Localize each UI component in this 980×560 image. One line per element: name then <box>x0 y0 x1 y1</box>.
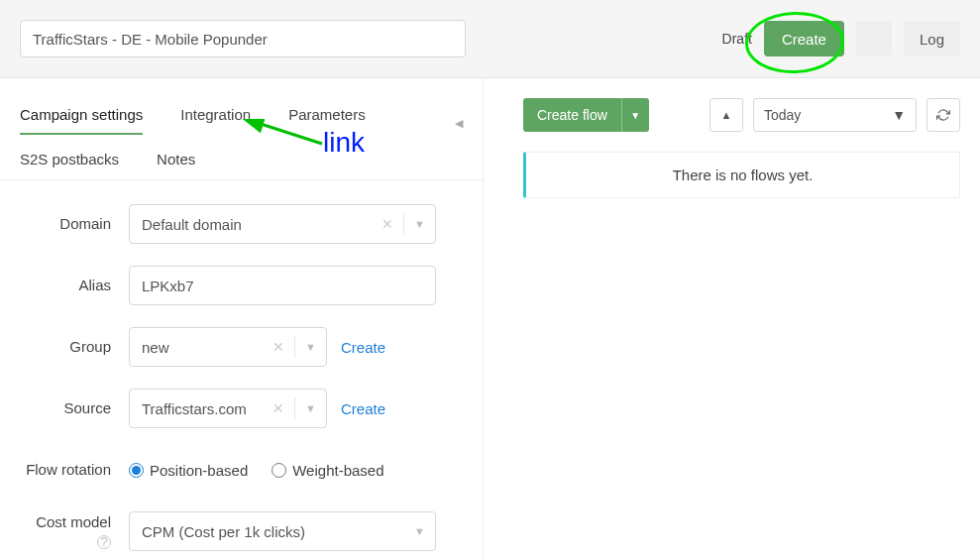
domain-select[interactable]: Default domain ✕ ▼ <box>129 204 436 244</box>
right-column: Create flow ▼ ▲ Today ▼ There is no flow… <box>484 78 980 560</box>
cost-model-value: CPM (Cost per 1k clicks) <box>142 523 406 540</box>
empty-flows-message: There is no flows yet. <box>523 152 960 198</box>
group-select[interactable]: new ✕ ▼ <box>129 327 327 367</box>
row-source: Source Trafficstars.com ✕ ▼ Create <box>20 389 463 428</box>
radio-input[interactable] <box>272 463 286 478</box>
create-button[interactable]: Create <box>764 21 844 56</box>
tab-collapse-icon[interactable]: ◀ <box>455 117 463 125</box>
row-domain: Domain Default domain ✕ ▼ <box>20 204 463 244</box>
create-flow-dropdown[interactable]: ▼ <box>621 98 649 132</box>
main-row: Campaign settings Integration Parameters… <box>0 78 980 560</box>
clear-icon[interactable]: ✕ <box>378 216 397 232</box>
help-icon[interactable]: ? <box>97 535 111 549</box>
tab-row-2: S2S postbacks Notes <box>20 135 463 179</box>
flow-rotation-radios: Position-based Weight-based <box>129 462 384 479</box>
tab-integration[interactable]: Integration <box>180 96 251 135</box>
status-label: Draft <box>722 31 752 47</box>
source-value: Trafficstars.com <box>142 400 269 417</box>
cost-model-select[interactable]: CPM (Cost per 1k clicks) ▼ <box>129 511 436 551</box>
caret-up-icon: ▲ <box>721 109 732 121</box>
radio-position-based[interactable]: Position-based <box>129 462 248 479</box>
date-range-value: Today <box>764 107 892 123</box>
label-cost-model: Cost model ? <box>20 512 129 551</box>
source-select[interactable]: Trafficstars.com ✕ ▼ <box>129 389 327 428</box>
create-flow-button[interactable]: Create flow <box>523 98 621 132</box>
group-value: new <box>142 339 269 356</box>
row-alias: Alias <box>20 266 463 305</box>
chevron-down-icon: ▼ <box>297 402 316 414</box>
link-icon-button[interactable] <box>856 21 892 56</box>
tab-s2s-postbacks[interactable]: S2S postbacks <box>20 141 119 179</box>
create-group-link[interactable]: Create <box>341 339 385 356</box>
caret-up-button[interactable]: ▲ <box>709 98 743 132</box>
clear-icon[interactable]: ✕ <box>269 400 288 416</box>
chevron-down-icon: ▼ <box>892 107 906 123</box>
date-range-select[interactable]: Today ▼ <box>753 98 917 132</box>
flow-toolbar: Create flow ▼ ▲ Today ▼ <box>523 98 960 132</box>
refresh-button[interactable] <box>926 98 960 132</box>
campaign-name-input[interactable] <box>20 20 466 57</box>
campaign-form: Domain Default domain ✕ ▼ Alias Grou <box>0 180 483 560</box>
label-flow-rotation: Flow rotation <box>20 460 129 480</box>
row-flow-rotation: Flow rotation Position-based Weight-base… <box>20 450 463 490</box>
chevron-down-icon: ▼ <box>297 341 316 353</box>
create-flow-group: Create flow ▼ <box>523 98 649 132</box>
row-cost-model: Cost model ? CPM (Cost per 1k clicks) ▼ <box>20 511 463 551</box>
chevron-down-icon: ▼ <box>406 525 425 537</box>
tab-notes[interactable]: Notes <box>157 141 195 179</box>
label-group: Group <box>20 337 129 357</box>
radio-input[interactable] <box>129 463 144 478</box>
tab-parameters[interactable]: Parameters <box>288 96 366 135</box>
label-alias: Alias <box>20 276 129 295</box>
topbar: Draft Create Log <box>0 0 980 78</box>
row-group: Group new ✕ ▼ Create <box>20 327 463 367</box>
left-column: Campaign settings Integration Parameters… <box>0 78 484 560</box>
radio-weight-based[interactable]: Weight-based <box>272 462 383 479</box>
domain-value: Default domain <box>142 216 378 233</box>
label-domain: Domain <box>20 214 129 234</box>
radio-label: Weight-based <box>292 462 383 479</box>
clear-icon[interactable]: ✕ <box>269 339 288 355</box>
create-source-link[interactable]: Create <box>341 400 385 417</box>
tab-campaign-settings[interactable]: Campaign settings <box>20 96 143 135</box>
chevron-down-icon: ▼ <box>406 218 425 230</box>
alias-input[interactable] <box>129 266 436 305</box>
tabs: Campaign settings Integration Parameters… <box>0 78 483 180</box>
label-source: Source <box>20 398 129 418</box>
radio-label: Position-based <box>150 462 248 479</box>
refresh-icon <box>936 108 950 122</box>
log-button[interactable]: Log <box>904 21 960 56</box>
